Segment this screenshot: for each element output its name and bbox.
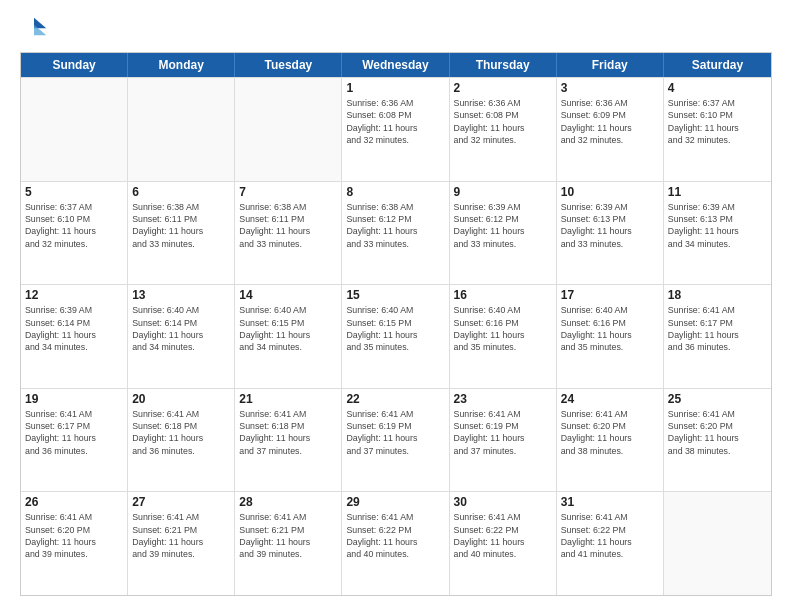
day-info: Sunrise: 6:38 AM Sunset: 6:12 PM Dayligh… bbox=[346, 201, 444, 250]
day-number: 11 bbox=[668, 185, 767, 199]
day-info: Sunrise: 6:36 AM Sunset: 6:09 PM Dayligh… bbox=[561, 97, 659, 146]
calendar: SundayMondayTuesdayWednesdayThursdayFrid… bbox=[20, 52, 772, 596]
cal-cell: 4Sunrise: 6:37 AM Sunset: 6:10 PM Daylig… bbox=[664, 78, 771, 181]
cal-cell: 23Sunrise: 6:41 AM Sunset: 6:19 PM Dayli… bbox=[450, 389, 557, 492]
cal-cell: 7Sunrise: 6:38 AM Sunset: 6:11 PM Daylig… bbox=[235, 182, 342, 285]
header-day-friday: Friday bbox=[557, 53, 664, 77]
day-number: 6 bbox=[132, 185, 230, 199]
logo bbox=[20, 16, 52, 44]
cal-cell: 22Sunrise: 6:41 AM Sunset: 6:19 PM Dayli… bbox=[342, 389, 449, 492]
day-number: 3 bbox=[561, 81, 659, 95]
day-number: 4 bbox=[668, 81, 767, 95]
cal-cell: 29Sunrise: 6:41 AM Sunset: 6:22 PM Dayli… bbox=[342, 492, 449, 595]
day-number: 31 bbox=[561, 495, 659, 509]
day-info: Sunrise: 6:39 AM Sunset: 6:14 PM Dayligh… bbox=[25, 304, 123, 353]
day-info: Sunrise: 6:37 AM Sunset: 6:10 PM Dayligh… bbox=[668, 97, 767, 146]
day-number: 2 bbox=[454, 81, 552, 95]
cal-cell: 12Sunrise: 6:39 AM Sunset: 6:14 PM Dayli… bbox=[21, 285, 128, 388]
day-info: Sunrise: 6:40 AM Sunset: 6:15 PM Dayligh… bbox=[346, 304, 444, 353]
day-number: 5 bbox=[25, 185, 123, 199]
day-info: Sunrise: 6:36 AM Sunset: 6:08 PM Dayligh… bbox=[346, 97, 444, 146]
day-number: 30 bbox=[454, 495, 552, 509]
cal-cell: 28Sunrise: 6:41 AM Sunset: 6:21 PM Dayli… bbox=[235, 492, 342, 595]
day-number: 1 bbox=[346, 81, 444, 95]
week-row-3: 12Sunrise: 6:39 AM Sunset: 6:14 PM Dayli… bbox=[21, 284, 771, 388]
day-number: 22 bbox=[346, 392, 444, 406]
cal-cell: 16Sunrise: 6:40 AM Sunset: 6:16 PM Dayli… bbox=[450, 285, 557, 388]
cal-cell: 13Sunrise: 6:40 AM Sunset: 6:14 PM Dayli… bbox=[128, 285, 235, 388]
day-number: 12 bbox=[25, 288, 123, 302]
cal-cell: 18Sunrise: 6:41 AM Sunset: 6:17 PM Dayli… bbox=[664, 285, 771, 388]
day-number: 19 bbox=[25, 392, 123, 406]
day-info: Sunrise: 6:36 AM Sunset: 6:08 PM Dayligh… bbox=[454, 97, 552, 146]
day-number: 17 bbox=[561, 288, 659, 302]
day-number: 18 bbox=[668, 288, 767, 302]
cal-cell: 27Sunrise: 6:41 AM Sunset: 6:21 PM Dayli… bbox=[128, 492, 235, 595]
day-number: 23 bbox=[454, 392, 552, 406]
cal-cell: 1Sunrise: 6:36 AM Sunset: 6:08 PM Daylig… bbox=[342, 78, 449, 181]
cal-cell: 2Sunrise: 6:36 AM Sunset: 6:08 PM Daylig… bbox=[450, 78, 557, 181]
day-number: 20 bbox=[132, 392, 230, 406]
cal-cell: 3Sunrise: 6:36 AM Sunset: 6:09 PM Daylig… bbox=[557, 78, 664, 181]
day-info: Sunrise: 6:39 AM Sunset: 6:13 PM Dayligh… bbox=[561, 201, 659, 250]
cal-cell bbox=[128, 78, 235, 181]
calendar-header: SundayMondayTuesdayWednesdayThursdayFrid… bbox=[21, 53, 771, 77]
day-info: Sunrise: 6:41 AM Sunset: 6:18 PM Dayligh… bbox=[239, 408, 337, 457]
cal-cell: 25Sunrise: 6:41 AM Sunset: 6:20 PM Dayli… bbox=[664, 389, 771, 492]
day-number: 14 bbox=[239, 288, 337, 302]
cal-cell: 15Sunrise: 6:40 AM Sunset: 6:15 PM Dayli… bbox=[342, 285, 449, 388]
day-info: Sunrise: 6:41 AM Sunset: 6:20 PM Dayligh… bbox=[668, 408, 767, 457]
header-day-thursday: Thursday bbox=[450, 53, 557, 77]
day-info: Sunrise: 6:41 AM Sunset: 6:22 PM Dayligh… bbox=[561, 511, 659, 560]
header-day-tuesday: Tuesday bbox=[235, 53, 342, 77]
cal-cell: 31Sunrise: 6:41 AM Sunset: 6:22 PM Dayli… bbox=[557, 492, 664, 595]
day-number: 9 bbox=[454, 185, 552, 199]
header bbox=[20, 16, 772, 44]
cal-cell: 21Sunrise: 6:41 AM Sunset: 6:18 PM Dayli… bbox=[235, 389, 342, 492]
day-info: Sunrise: 6:41 AM Sunset: 6:20 PM Dayligh… bbox=[561, 408, 659, 457]
day-number: 28 bbox=[239, 495, 337, 509]
day-info: Sunrise: 6:38 AM Sunset: 6:11 PM Dayligh… bbox=[132, 201, 230, 250]
day-info: Sunrise: 6:40 AM Sunset: 6:16 PM Dayligh… bbox=[454, 304, 552, 353]
day-info: Sunrise: 6:41 AM Sunset: 6:18 PM Dayligh… bbox=[132, 408, 230, 457]
cal-cell: 5Sunrise: 6:37 AM Sunset: 6:10 PM Daylig… bbox=[21, 182, 128, 285]
week-row-2: 5Sunrise: 6:37 AM Sunset: 6:10 PM Daylig… bbox=[21, 181, 771, 285]
day-info: Sunrise: 6:41 AM Sunset: 6:21 PM Dayligh… bbox=[239, 511, 337, 560]
cal-cell bbox=[235, 78, 342, 181]
day-number: 27 bbox=[132, 495, 230, 509]
cal-cell: 10Sunrise: 6:39 AM Sunset: 6:13 PM Dayli… bbox=[557, 182, 664, 285]
week-row-5: 26Sunrise: 6:41 AM Sunset: 6:20 PM Dayli… bbox=[21, 491, 771, 595]
week-row-1: 1Sunrise: 6:36 AM Sunset: 6:08 PM Daylig… bbox=[21, 77, 771, 181]
day-number: 24 bbox=[561, 392, 659, 406]
day-number: 10 bbox=[561, 185, 659, 199]
day-info: Sunrise: 6:40 AM Sunset: 6:15 PM Dayligh… bbox=[239, 304, 337, 353]
day-number: 7 bbox=[239, 185, 337, 199]
day-number: 13 bbox=[132, 288, 230, 302]
day-number: 26 bbox=[25, 495, 123, 509]
header-day-monday: Monday bbox=[128, 53, 235, 77]
cal-cell: 6Sunrise: 6:38 AM Sunset: 6:11 PM Daylig… bbox=[128, 182, 235, 285]
cal-cell: 20Sunrise: 6:41 AM Sunset: 6:18 PM Dayli… bbox=[128, 389, 235, 492]
header-day-sunday: Sunday bbox=[21, 53, 128, 77]
header-day-saturday: Saturday bbox=[664, 53, 771, 77]
cal-cell: 30Sunrise: 6:41 AM Sunset: 6:22 PM Dayli… bbox=[450, 492, 557, 595]
day-info: Sunrise: 6:38 AM Sunset: 6:11 PM Dayligh… bbox=[239, 201, 337, 250]
day-info: Sunrise: 6:39 AM Sunset: 6:12 PM Dayligh… bbox=[454, 201, 552, 250]
cal-cell: 11Sunrise: 6:39 AM Sunset: 6:13 PM Dayli… bbox=[664, 182, 771, 285]
cal-cell bbox=[664, 492, 771, 595]
day-number: 25 bbox=[668, 392, 767, 406]
day-info: Sunrise: 6:41 AM Sunset: 6:22 PM Dayligh… bbox=[346, 511, 444, 560]
cal-cell: 17Sunrise: 6:40 AM Sunset: 6:16 PM Dayli… bbox=[557, 285, 664, 388]
cal-cell: 14Sunrise: 6:40 AM Sunset: 6:15 PM Dayli… bbox=[235, 285, 342, 388]
header-day-wednesday: Wednesday bbox=[342, 53, 449, 77]
week-row-4: 19Sunrise: 6:41 AM Sunset: 6:17 PM Dayli… bbox=[21, 388, 771, 492]
day-number: 21 bbox=[239, 392, 337, 406]
day-info: Sunrise: 6:41 AM Sunset: 6:19 PM Dayligh… bbox=[346, 408, 444, 457]
cal-cell: 19Sunrise: 6:41 AM Sunset: 6:17 PM Dayli… bbox=[21, 389, 128, 492]
day-number: 15 bbox=[346, 288, 444, 302]
day-info: Sunrise: 6:40 AM Sunset: 6:16 PM Dayligh… bbox=[561, 304, 659, 353]
day-number: 8 bbox=[346, 185, 444, 199]
day-info: Sunrise: 6:41 AM Sunset: 6:22 PM Dayligh… bbox=[454, 511, 552, 560]
cal-cell: 8Sunrise: 6:38 AM Sunset: 6:12 PM Daylig… bbox=[342, 182, 449, 285]
cal-cell: 9Sunrise: 6:39 AM Sunset: 6:12 PM Daylig… bbox=[450, 182, 557, 285]
